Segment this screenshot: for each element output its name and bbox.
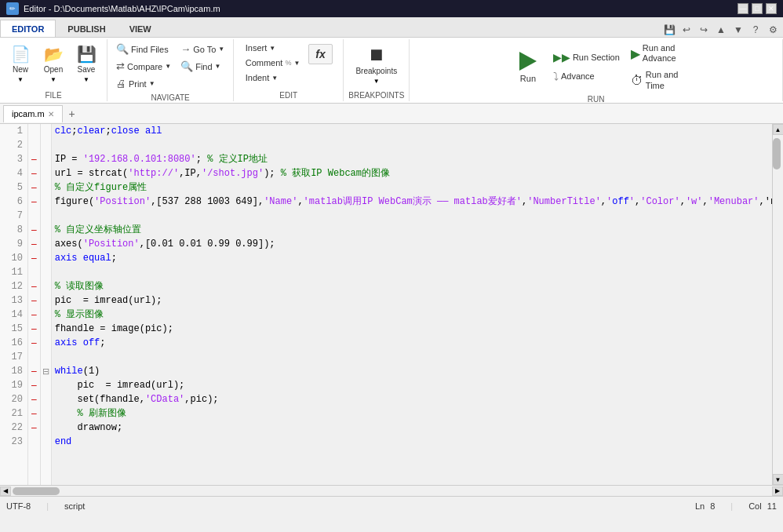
redo-icon-btn[interactable]: ↪ xyxy=(697,23,711,37)
editor-tab-label: ipcam.m xyxy=(12,109,45,118)
code-editor[interactable]: clc;clear;close allIP = '192.168.0.101:8… xyxy=(52,124,772,485)
code-line: url = strcat('http://',IP,'/shot.jpg'); … xyxy=(55,166,769,180)
new-label: New xyxy=(13,65,28,75)
breakpoints-label: Breakpoints xyxy=(355,67,397,76)
scroll-thumb[interactable] xyxy=(773,138,781,169)
fold-indicator xyxy=(41,308,51,322)
undo-icon-btn[interactable]: ↩ xyxy=(679,23,694,37)
run-and-time-button[interactable]: ⏱ Run andTime xyxy=(627,67,683,93)
line-number: 4 xyxy=(5,166,23,180)
code-line: axis equal; xyxy=(55,251,769,265)
maximize-button[interactable]: □ xyxy=(752,3,763,14)
goto-button[interactable]: → Go To ▼ xyxy=(177,41,228,57)
dash-indicator: – xyxy=(31,166,37,180)
ln-label: Ln 8 xyxy=(695,501,715,511)
fold-indicator xyxy=(41,209,51,223)
scroll-left-button[interactable]: ◀ xyxy=(0,486,11,496)
ribbon-up-btn[interactable]: ▲ xyxy=(714,23,728,37)
settings-icon-btn[interactable]: ⚙ xyxy=(766,23,780,37)
fold-indicator xyxy=(41,421,51,435)
fold-indicator xyxy=(41,251,51,265)
editor-tab-ipcam[interactable]: ipcam.m ✕ xyxy=(3,105,63,122)
print-icon: 🖨 xyxy=(116,78,126,89)
line-number: 18 xyxy=(5,364,23,378)
encoding-label: UTF-8 xyxy=(6,501,31,511)
status-bar: UTF-8 | script Ln 8 | Col 11 xyxy=(0,496,783,515)
tab-view[interactable]: VIEW xyxy=(118,20,163,37)
advance-button[interactable]: ⤵ Advance xyxy=(549,67,624,85)
scroll-hthumb[interactable] xyxy=(13,487,60,495)
open-button[interactable]: 📂 Open ▼ xyxy=(38,41,69,87)
minimize-button[interactable]: — xyxy=(737,3,748,14)
code-line xyxy=(55,138,769,152)
scroll-right-button[interactable]: ▶ xyxy=(772,486,783,496)
line-number: 2 xyxy=(5,138,23,152)
line-number: 9 xyxy=(5,237,23,251)
scroll-up-button[interactable]: ▲ xyxy=(773,124,784,135)
dash-indicator: – xyxy=(31,322,37,336)
ribbon-down-btn[interactable]: ▼ xyxy=(731,23,745,37)
line-number: 21 xyxy=(5,406,23,421)
fold-indicator xyxy=(41,237,51,251)
add-tab-button[interactable]: + xyxy=(64,106,80,122)
indent-button[interactable]: Indent ▼ xyxy=(242,71,304,85)
code-line: set(fhandle,'CData',pic); xyxy=(55,392,769,406)
fx-icon: fx xyxy=(315,48,325,60)
compare-button[interactable]: ⇄ Compare ▼ xyxy=(112,58,175,75)
tab-publish[interactable]: PUBLISH xyxy=(56,20,117,37)
save-icon-btn[interactable]: 💾 xyxy=(662,23,676,37)
save-button[interactable]: 💾 Save ▼ xyxy=(71,41,102,87)
dash-indicator: – xyxy=(31,378,37,392)
close-button[interactable]: ✕ xyxy=(766,3,777,14)
line-number: 8 xyxy=(5,223,23,237)
ribbon-group-edit: Insert ▼ Comment % ▼ Indent ▼ fx EDIT xyxy=(234,39,344,101)
fold-indicator xyxy=(41,392,51,406)
find-button[interactable]: 🔍 Find ▼ xyxy=(177,58,228,75)
scroll-down-button[interactable]: ▼ xyxy=(773,474,784,485)
fold-indicator xyxy=(41,265,51,279)
line-number: 19 xyxy=(5,378,23,392)
run-section-button[interactable]: ▶▶ Run Section xyxy=(549,49,624,66)
editor-tab-bar: ipcam.m ✕ + xyxy=(0,104,783,124)
find-files-button[interactable]: 🔍 Find Files xyxy=(112,41,175,57)
comment-label: Comment xyxy=(246,58,283,67)
run-button[interactable]: Run xyxy=(510,46,546,87)
dash-indicator xyxy=(31,435,37,449)
run-and-advance-icon: ▶ xyxy=(631,46,640,61)
tab-editor[interactable]: EDITOR xyxy=(0,20,56,37)
dash-indicator: – xyxy=(31,152,37,166)
ribbon-toolbar: 📄 New ▼ 📂 Open ▼ 💾 Save ▼ FILE 🔍 Find xyxy=(0,38,783,104)
help-icon-btn[interactable]: ? xyxy=(748,23,763,37)
close-tab-icon[interactable]: ✕ xyxy=(48,110,54,118)
line-number: 7 xyxy=(5,209,23,223)
run-and-time-icon: ⏱ xyxy=(631,74,643,88)
dash-indicator xyxy=(31,138,37,152)
dash-indicator xyxy=(31,124,37,138)
run-and-time-label: Run andTime xyxy=(646,70,679,90)
code-line: IP = '192.168.0.101:8080'; % 定义IP地址 xyxy=(55,152,769,166)
breakpoints-button[interactable]: ⏹ Breakpoints ▼ xyxy=(350,41,402,89)
code-editor-container: 1234567891011121314151617181920212223 ––… xyxy=(0,124,783,485)
horizontal-scrollbar[interactable]: ◀ ▶ xyxy=(0,485,783,496)
fold-column: ⊟ xyxy=(41,124,52,485)
insert-button[interactable]: Insert ▼ xyxy=(242,41,304,55)
code-line xyxy=(55,265,769,279)
new-button[interactable]: 📄 New ▼ xyxy=(5,41,36,87)
breakpoints-icon: ⏹ xyxy=(368,45,385,65)
run-and-advance-button[interactable]: ▶ Run andAdvance xyxy=(627,41,683,66)
indent-label: Indent xyxy=(246,73,270,82)
vertical-scrollbar[interactable]: ▲ ▼ xyxy=(772,124,783,485)
code-line: drawnow; xyxy=(55,421,769,435)
run-section-label: Run Section xyxy=(573,53,620,62)
window-title: Editor - D:\Documents\Matlab\AHZ\IPCam\i… xyxy=(24,4,220,13)
comment-button[interactable]: Comment % ▼ xyxy=(242,56,304,70)
line-number: 13 xyxy=(5,293,23,308)
fx-button[interactable]: fx xyxy=(308,44,332,64)
fold-indicator xyxy=(41,279,51,293)
dash-indicator xyxy=(31,350,37,364)
dash-indicator xyxy=(31,209,37,223)
open-icon: 📂 xyxy=(44,45,64,64)
dash-column: ––––––––––––––––– xyxy=(28,124,41,485)
print-button[interactable]: 🖨 Print ▼ xyxy=(112,75,175,92)
dash-indicator: – xyxy=(31,364,37,378)
